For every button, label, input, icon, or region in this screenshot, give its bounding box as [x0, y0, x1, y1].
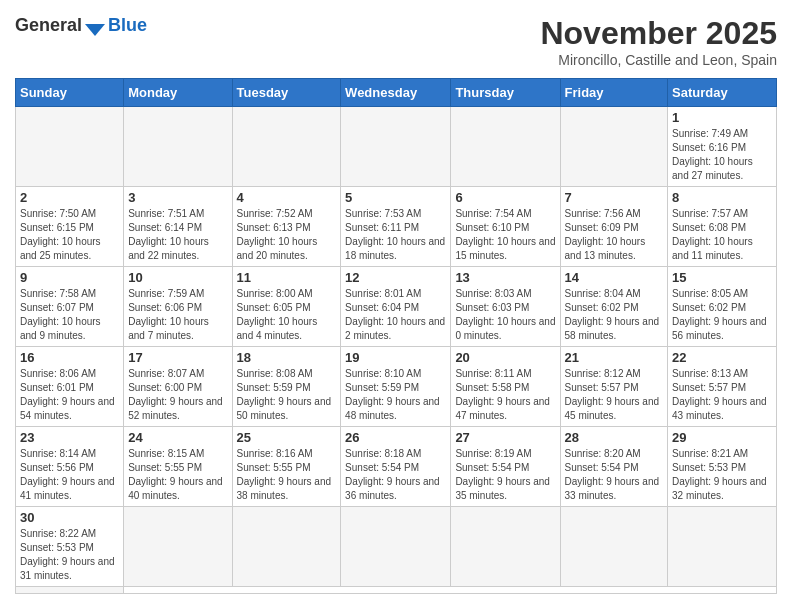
calendar-cell	[232, 507, 341, 587]
day-number: 29	[672, 430, 772, 445]
calendar-cell: 16Sunrise: 8:06 AM Sunset: 6:01 PM Dayli…	[16, 347, 124, 427]
day-number: 21	[565, 350, 664, 365]
calendar-row	[16, 587, 777, 594]
day-info: Sunrise: 8:20 AM Sunset: 5:54 PM Dayligh…	[565, 447, 664, 503]
day-number: 10	[128, 270, 227, 285]
day-info: Sunrise: 8:07 AM Sunset: 6:00 PM Dayligh…	[128, 367, 227, 423]
logo-triangle-icon	[85, 16, 105, 36]
day-number: 2	[20, 190, 119, 205]
calendar-cell	[124, 507, 232, 587]
calendar-cell	[668, 507, 777, 587]
calendar-cell	[341, 507, 451, 587]
day-number: 13	[455, 270, 555, 285]
day-number: 27	[455, 430, 555, 445]
day-info: Sunrise: 8:19 AM Sunset: 5:54 PM Dayligh…	[455, 447, 555, 503]
weekday-header-wednesday: Wednesday	[341, 79, 451, 107]
weekday-header-friday: Friday	[560, 79, 668, 107]
day-number: 30	[20, 510, 119, 525]
logo-blue-text: Blue	[108, 15, 147, 36]
calendar-cell	[124, 107, 232, 187]
day-info: Sunrise: 7:49 AM Sunset: 6:16 PM Dayligh…	[672, 127, 772, 183]
calendar-row: 9Sunrise: 7:58 AM Sunset: 6:07 PM Daylig…	[16, 267, 777, 347]
day-info: Sunrise: 8:00 AM Sunset: 6:05 PM Dayligh…	[237, 287, 337, 343]
weekday-header-monday: Monday	[124, 79, 232, 107]
day-info: Sunrise: 8:18 AM Sunset: 5:54 PM Dayligh…	[345, 447, 446, 503]
weekday-header-thursday: Thursday	[451, 79, 560, 107]
calendar-header-row: SundayMondayTuesdayWednesdayThursdayFrid…	[16, 79, 777, 107]
day-info: Sunrise: 8:01 AM Sunset: 6:04 PM Dayligh…	[345, 287, 446, 343]
day-number: 1	[672, 110, 772, 125]
calendar-cell	[451, 507, 560, 587]
calendar-cell: 12Sunrise: 8:01 AM Sunset: 6:04 PM Dayli…	[341, 267, 451, 347]
calendar-cell: 27Sunrise: 8:19 AM Sunset: 5:54 PM Dayli…	[451, 427, 560, 507]
calendar-cell	[16, 587, 124, 594]
day-info: Sunrise: 8:11 AM Sunset: 5:58 PM Dayligh…	[455, 367, 555, 423]
calendar-cell: 10Sunrise: 7:59 AM Sunset: 6:06 PM Dayli…	[124, 267, 232, 347]
calendar-cell: 14Sunrise: 8:04 AM Sunset: 6:02 PM Dayli…	[560, 267, 668, 347]
calendar-row: 1Sunrise: 7:49 AM Sunset: 6:16 PM Daylig…	[16, 107, 777, 187]
svg-marker-0	[85, 24, 105, 36]
day-number: 14	[565, 270, 664, 285]
day-number: 20	[455, 350, 555, 365]
calendar-cell: 6Sunrise: 7:54 AM Sunset: 6:10 PM Daylig…	[451, 187, 560, 267]
day-number: 23	[20, 430, 119, 445]
calendar-cell: 1Sunrise: 7:49 AM Sunset: 6:16 PM Daylig…	[668, 107, 777, 187]
calendar-cell: 11Sunrise: 8:00 AM Sunset: 6:05 PM Dayli…	[232, 267, 341, 347]
location: Mironcillo, Castille and Leon, Spain	[540, 52, 777, 68]
logo-general-text: General	[15, 15, 82, 35]
day-info: Sunrise: 8:08 AM Sunset: 5:59 PM Dayligh…	[237, 367, 337, 423]
day-info: Sunrise: 7:51 AM Sunset: 6:14 PM Dayligh…	[128, 207, 227, 263]
calendar-cell: 2Sunrise: 7:50 AM Sunset: 6:15 PM Daylig…	[16, 187, 124, 267]
day-number: 5	[345, 190, 446, 205]
day-number: 22	[672, 350, 772, 365]
day-info: Sunrise: 8:06 AM Sunset: 6:01 PM Dayligh…	[20, 367, 119, 423]
day-number: 28	[565, 430, 664, 445]
day-info: Sunrise: 8:03 AM Sunset: 6:03 PM Dayligh…	[455, 287, 555, 343]
day-info: Sunrise: 7:53 AM Sunset: 6:11 PM Dayligh…	[345, 207, 446, 263]
page-header: General Blue November 2025 Mironcillo, C…	[15, 15, 777, 68]
calendar-cell: 15Sunrise: 8:05 AM Sunset: 6:02 PM Dayli…	[668, 267, 777, 347]
day-info: Sunrise: 8:12 AM Sunset: 5:57 PM Dayligh…	[565, 367, 664, 423]
weekday-header-saturday: Saturday	[668, 79, 777, 107]
day-info: Sunrise: 7:56 AM Sunset: 6:09 PM Dayligh…	[565, 207, 664, 263]
day-info: Sunrise: 7:59 AM Sunset: 6:06 PM Dayligh…	[128, 287, 227, 343]
day-info: Sunrise: 7:50 AM Sunset: 6:15 PM Dayligh…	[20, 207, 119, 263]
day-info: Sunrise: 8:22 AM Sunset: 5:53 PM Dayligh…	[20, 527, 119, 583]
calendar-cell: 28Sunrise: 8:20 AM Sunset: 5:54 PM Dayli…	[560, 427, 668, 507]
day-number: 8	[672, 190, 772, 205]
month-title: November 2025	[540, 15, 777, 52]
calendar-cell	[16, 107, 124, 187]
day-number: 17	[128, 350, 227, 365]
calendar-cell: 9Sunrise: 7:58 AM Sunset: 6:07 PM Daylig…	[16, 267, 124, 347]
logo: General Blue	[15, 15, 147, 36]
title-area: November 2025 Mironcillo, Castille and L…	[540, 15, 777, 68]
calendar-cell	[232, 107, 341, 187]
calendar-cell: 7Sunrise: 7:56 AM Sunset: 6:09 PM Daylig…	[560, 187, 668, 267]
day-number: 4	[237, 190, 337, 205]
day-info: Sunrise: 8:16 AM Sunset: 5:55 PM Dayligh…	[237, 447, 337, 503]
day-info: Sunrise: 8:15 AM Sunset: 5:55 PM Dayligh…	[128, 447, 227, 503]
calendar-cell: 8Sunrise: 7:57 AM Sunset: 6:08 PM Daylig…	[668, 187, 777, 267]
calendar-row: 2Sunrise: 7:50 AM Sunset: 6:15 PM Daylig…	[16, 187, 777, 267]
calendar-cell	[560, 507, 668, 587]
calendar-row: 30Sunrise: 8:22 AM Sunset: 5:53 PM Dayli…	[16, 507, 777, 587]
calendar-cell: 17Sunrise: 8:07 AM Sunset: 6:00 PM Dayli…	[124, 347, 232, 427]
calendar-cell: 5Sunrise: 7:53 AM Sunset: 6:11 PM Daylig…	[341, 187, 451, 267]
calendar-cell: 3Sunrise: 7:51 AM Sunset: 6:14 PM Daylig…	[124, 187, 232, 267]
calendar-cell: 30Sunrise: 8:22 AM Sunset: 5:53 PM Dayli…	[16, 507, 124, 587]
day-number: 19	[345, 350, 446, 365]
day-info: Sunrise: 8:05 AM Sunset: 6:02 PM Dayligh…	[672, 287, 772, 343]
calendar-cell: 19Sunrise: 8:10 AM Sunset: 5:59 PM Dayli…	[341, 347, 451, 427]
day-number: 24	[128, 430, 227, 445]
calendar-row: 23Sunrise: 8:14 AM Sunset: 5:56 PM Dayli…	[16, 427, 777, 507]
day-number: 12	[345, 270, 446, 285]
calendar-cell: 20Sunrise: 8:11 AM Sunset: 5:58 PM Dayli…	[451, 347, 560, 427]
day-number: 16	[20, 350, 119, 365]
calendar-cell: 25Sunrise: 8:16 AM Sunset: 5:55 PM Dayli…	[232, 427, 341, 507]
day-info: Sunrise: 7:58 AM Sunset: 6:07 PM Dayligh…	[20, 287, 119, 343]
calendar-cell	[451, 107, 560, 187]
calendar-cell: 13Sunrise: 8:03 AM Sunset: 6:03 PM Dayli…	[451, 267, 560, 347]
calendar-cell	[341, 107, 451, 187]
day-number: 26	[345, 430, 446, 445]
day-number: 6	[455, 190, 555, 205]
